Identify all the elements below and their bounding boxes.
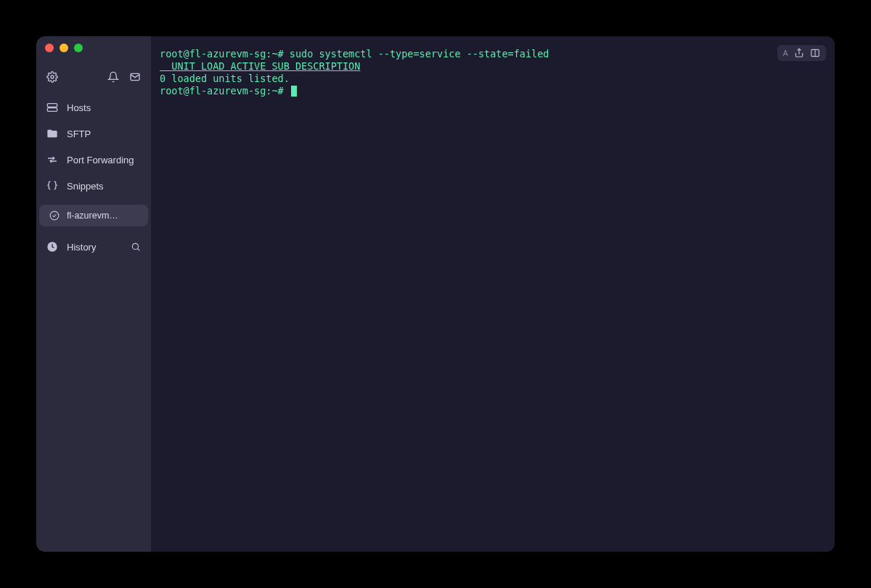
split-pane-icon[interactable]: [810, 48, 820, 58]
sidebar-nav: Hosts SFTP Port Forwarding Snippets: [36, 94, 151, 199]
terminal-line: 0 loaded units listed.: [160, 73, 826, 85]
svg-point-6: [50, 211, 59, 220]
server-icon: [46, 102, 58, 113]
terminal-line: UNIT LOAD ACTIVE SUB DESCRIPTION: [160, 60, 826, 73]
maximize-window-button[interactable]: [74, 44, 83, 52]
output-status: 0 loaded units listed.: [160, 73, 290, 84]
folder-icon: [46, 128, 58, 139]
sidebar-item-hosts[interactable]: Hosts: [36, 94, 151, 121]
sidebar-item-label: Port Forwarding: [67, 155, 134, 166]
bell-icon[interactable]: [107, 71, 119, 83]
close-window-button[interactable]: [45, 44, 54, 52]
terminal-pane[interactable]: root@fl-azurevm-sg:~# sudo systemctl --t…: [151, 36, 835, 552]
cursor: [291, 86, 297, 97]
svg-point-8: [132, 243, 138, 249]
window-controls: [36, 36, 151, 57]
sidebar-item-snippets[interactable]: Snippets: [36, 173, 151, 199]
terminal-line: root@fl-azurevm-sg:~#: [160, 85, 826, 97]
sidebar-item-port-forwarding[interactable]: Port Forwarding: [36, 147, 151, 173]
svg-rect-3: [47, 108, 57, 112]
sidebar-top-icons: [36, 64, 151, 90]
prompt-text: root@fl-azurevm-sg:~#: [160, 48, 290, 60]
sidebar-item-sftp[interactable]: SFTP: [36, 121, 151, 147]
sidebar-item-label: SFTP: [67, 128, 91, 139]
arrows-icon: [46, 154, 58, 166]
output-header: UNIT LOAD ACTIVE SUB DESCRIPTION: [160, 60, 360, 72]
clock-icon: [46, 241, 58, 253]
sidebar-session-tab[interactable]: fl-azurevm…: [39, 205, 148, 226]
prompt-text: root@fl-azurevm-sg:~#: [160, 85, 290, 97]
mail-icon[interactable]: [129, 71, 141, 83]
share-icon[interactable]: [794, 48, 804, 58]
svg-rect-2: [47, 104, 57, 107]
sidebar-item-label: Snippets: [67, 181, 104, 192]
session-label: fl-azurevm…: [67, 211, 118, 221]
terminal-session-icon: [49, 211, 60, 221]
command-text: sudo systemctl --type=service --state=fa…: [290, 48, 549, 60]
sidebar-item-label: Hosts: [67, 102, 91, 113]
braces-icon: [46, 180, 58, 192]
top-right-controls: A: [777, 45, 826, 61]
gear-icon[interactable]: [46, 71, 58, 83]
minimize-window-button[interactable]: [60, 44, 68, 52]
search-icon[interactable]: [131, 242, 141, 252]
sidebar: Hosts SFTP Port Forwarding Snippets: [36, 36, 151, 552]
history-label: History: [67, 242, 96, 253]
badge-text: A: [783, 49, 788, 57]
svg-line-9: [138, 249, 140, 251]
terminal-line: root@fl-azurevm-sg:~# sudo systemctl --t…: [160, 48, 826, 60]
svg-point-0: [51, 75, 54, 78]
app-window: Hosts SFTP Port Forwarding Snippets: [36, 36, 835, 552]
sidebar-item-history[interactable]: History: [36, 234, 151, 260]
